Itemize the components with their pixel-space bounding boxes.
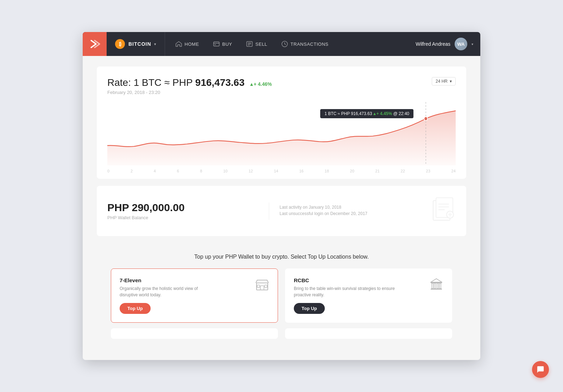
svg-rect-22 (260, 286, 264, 290)
svg-rect-30 (437, 283, 438, 289)
wallet-icon (430, 196, 456, 226)
svg-marker-25 (431, 279, 442, 282)
nav-sell[interactable]: SELL (239, 32, 274, 56)
topup-card-partial-right (285, 328, 452, 339)
chart-container: 1 BTC ≈ PHP 916,473.63 + 4.45% @ 22:40 (107, 102, 456, 179)
chart-change: + 4.46% (250, 81, 272, 87)
topup-7eleven-button[interactable]: Top Up (120, 303, 151, 314)
svg-rect-31 (439, 283, 441, 289)
topup-card-rcbc: RCBC Bring to the table win-win survival… (285, 268, 452, 323)
topup-card-rcbc-name: RCBC (294, 277, 426, 283)
user-name: Wilfred Andreas (416, 41, 450, 47)
svg-rect-1 (214, 42, 219, 46)
browser-window: ₿ BITCOIN ▾ HOME BUY (83, 32, 480, 360)
chart-x-labels: 0 2 4 6 8 10 12 14 16 18 20 21 22 23 24 (107, 167, 456, 179)
svg-rect-28 (432, 283, 433, 289)
topup-rcbc-button[interactable]: Top Up (294, 303, 325, 314)
nav-transactions-label: TRANSACTIONS (291, 42, 329, 47)
chart-rate-value: 916,473.63 (195, 77, 245, 88)
navbar: ₿ BITCOIN ▾ HOME BUY (83, 32, 480, 56)
topup-card-partial-left (111, 328, 278, 339)
chart-card: Rate: 1 BTC ≈ PHP 916,473.63 + 4.46% Feb… (97, 67, 466, 179)
svg-rect-23 (257, 285, 260, 287)
avatar: WA (455, 38, 467, 50)
wallet-activity: Last activity on January 10, 2018 Last u… (280, 205, 431, 217)
chart-rate-section: Rate: 1 BTC ≈ PHP 916,473.63 + 4.46% Feb… (107, 77, 272, 95)
wallet-amount: PHP 290,000.00 (107, 202, 258, 214)
bank-icon (429, 277, 443, 294)
topup-card-7eleven-desc: Organically grow the holistic world view… (120, 285, 216, 298)
topup-card-rcbc-header: RCBC Bring to the table win-win survival… (294, 277, 443, 298)
svg-rect-21 (257, 283, 268, 290)
topup-card-rcbc-desc: Bring to the table win-win survival stra… (294, 285, 400, 298)
time-filter-label: 24 HR (436, 79, 448, 84)
nav-home-label: HOME (185, 42, 199, 47)
chart-date: February 20, 2018 - 23:20 (107, 90, 272, 95)
topup-intro: Top up your PHP Wallet to buy crypto. Se… (111, 254, 452, 260)
svg-rect-29 (434, 283, 436, 289)
currency-label: BITCOIN (128, 41, 151, 47)
wallet-label: PHP Wallet Balance (107, 215, 258, 220)
user-dropdown-arrow: ▾ (472, 42, 473, 46)
topup-section: Top up your PHP Wallet to buy crypto. Se… (97, 243, 466, 349)
nav-buy[interactable]: BUY (206, 32, 239, 56)
time-filter-arrow: ▾ (450, 79, 452, 84)
bitcoin-icon: ₿ (115, 39, 125, 49)
wallet-info: PHP 290,000.00 PHP Wallet Balance (107, 202, 258, 220)
topup-cards: 7-Eleven Organically grow the holistic w… (111, 268, 452, 323)
time-filter[interactable]: 24 HR ▾ (432, 77, 456, 86)
nav-buy-label: BUY (222, 42, 232, 47)
main-content: Rate: 1 BTC ≈ PHP 916,473.63 + 4.46% Feb… (83, 56, 480, 360)
topup-card-7eleven-name: 7-Eleven (120, 277, 241, 283)
currency-dropdown-arrow: ▾ (154, 42, 156, 46)
nav-links: HOME BUY SELL (165, 32, 409, 56)
svg-marker-9 (250, 83, 253, 86)
wallet-activity1: Last activity on January 10, 2018 (280, 205, 431, 210)
wallet-divider (269, 202, 269, 220)
wallet-activity2: Last unsuccessful login on December 20, … (280, 211, 431, 216)
nav-home[interactable]: HOME (169, 32, 206, 56)
wallet-card: PHP 290,000.00 PHP Wallet Balance Last a… (97, 186, 466, 236)
user-menu[interactable]: Wilfred Andreas WA ▾ (409, 38, 480, 50)
chat-button[interactable] (532, 361, 549, 378)
topup-card-7eleven-header: 7-Eleven Organically grow the holistic w… (120, 277, 269, 298)
logo[interactable] (83, 32, 107, 56)
nav-sell-label: SELL (255, 42, 267, 47)
nav-transactions[interactable]: TRANSACTIONS (274, 32, 336, 56)
topup-card-7eleven: 7-Eleven Organically grow the holistic w… (111, 268, 278, 323)
store-icon (255, 277, 269, 294)
currency-selector[interactable]: ₿ BITCOIN ▾ (107, 32, 165, 56)
price-chart (107, 102, 456, 165)
chart-header: Rate: 1 BTC ≈ PHP 916,473.63 + 4.46% Feb… (107, 77, 456, 95)
chart-rate: Rate: 1 BTC ≈ PHP 916,473.63 + 4.46% (107, 77, 272, 88)
topup-cards-partial (111, 328, 452, 339)
svg-rect-24 (265, 285, 267, 287)
